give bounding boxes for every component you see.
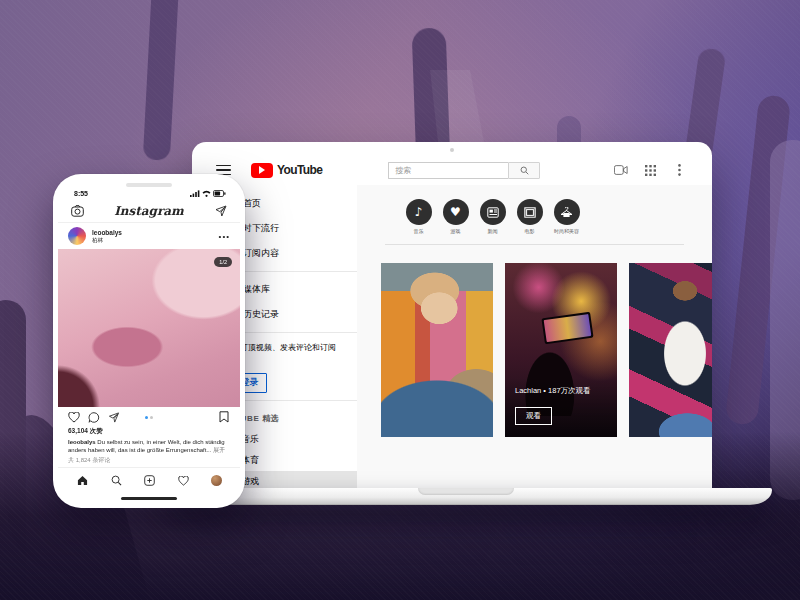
create-video-icon[interactable]: [614, 163, 628, 177]
comment-icon[interactable]: [88, 411, 100, 423]
camera-icon[interactable]: [70, 204, 84, 218]
home-indicator[interactable]: [58, 493, 240, 503]
instagram-logo: Instagram: [114, 204, 184, 218]
battery-icon: [213, 190, 226, 197]
search-button[interactable]: [508, 162, 540, 179]
newspaper-icon: [480, 199, 506, 225]
nav-home-icon[interactable]: [76, 474, 89, 487]
youtube-logo[interactable]: YouTube: [251, 163, 322, 178]
nav-search-icon[interactable]: [110, 474, 123, 487]
phone-screen: 8:55 Instagram leoobalys 柏林 •••: [58, 179, 240, 503]
bookmark-icon[interactable]: [218, 411, 230, 423]
carousel-page-badge: 1/2: [214, 257, 232, 267]
phone-mockup: 8:55 Instagram leoobalys 柏林 •••: [53, 174, 245, 508]
laptop-base-notch: [418, 488, 514, 495]
nav-add-post-icon[interactable]: [143, 474, 156, 487]
laptop-camera-dot: [450, 148, 454, 152]
caption-more-link[interactable]: 展开: [211, 447, 225, 453]
caption-username[interactable]: leoobalys: [68, 439, 96, 445]
post-image[interactable]: 1/2: [58, 249, 240, 407]
direct-message-icon[interactable]: [214, 204, 228, 218]
post-more-icon[interactable]: •••: [219, 232, 230, 241]
instagram-header: Instagram: [58, 199, 240, 223]
carousel-dots: [145, 416, 153, 419]
like-heart-icon[interactable]: [68, 411, 80, 423]
video-title: Lachlan • 187万次观看: [515, 386, 607, 396]
hanger-icon: [554, 199, 580, 225]
category-news[interactable]: 新闻: [479, 199, 506, 234]
share-plane-icon[interactable]: [108, 411, 120, 423]
category-music[interactable]: ♪ 音乐: [405, 199, 432, 234]
likes-count[interactable]: 63,104 次赞: [68, 427, 230, 436]
more-options-icon[interactable]: [672, 163, 686, 177]
category-movies[interactable]: 电影: [516, 199, 543, 234]
post-header: leoobalys 柏林 •••: [58, 223, 240, 249]
laptop-base: [160, 488, 772, 505]
music-note-icon: ♪: [406, 199, 432, 225]
video-card-row: Lachlan • 187万次观看 观看: [357, 245, 712, 437]
category-row: ♪ 音乐 ♥ 游戏 新闻: [357, 185, 712, 234]
search-icon: [520, 166, 529, 175]
video-card-1[interactable]: [381, 263, 493, 437]
youtube-play-icon: [251, 163, 273, 178]
youtube-header: YouTube: [192, 155, 712, 185]
instagram-bottom-nav: [58, 467, 240, 493]
category-fashion-beauty[interactable]: 时尚和美容: [553, 199, 580, 234]
status-time: 8:55: [74, 190, 88, 197]
watch-button[interactable]: 观看: [515, 407, 552, 425]
search-bar: [388, 162, 540, 179]
nav-profile-avatar[interactable]: [211, 475, 222, 486]
post-action-bar: [58, 407, 240, 427]
signal-bars-icon: [190, 190, 200, 197]
phone-notch: [126, 183, 172, 187]
post-caption: leoobalys Du selbst zu sein, in einer We…: [68, 438, 230, 454]
category-gaming[interactable]: ♥ 游戏: [442, 199, 469, 234]
video-card-3[interactable]: [629, 263, 712, 437]
post-meta: 63,104 次赞 leoobalys Du selbst zu sein, i…: [58, 427, 240, 465]
youtube-main-content: ♪ 音乐 ♥ 游戏 新闻: [357, 185, 712, 488]
search-input[interactable]: [388, 162, 508, 179]
laptop-screen: YouTube: [192, 142, 712, 488]
youtube-logo-text: YouTube: [277, 163, 322, 177]
post-username[interactable]: leoobalys: [92, 229, 213, 236]
header-actions: [614, 163, 686, 177]
nav-activity-heart-icon[interactable]: [177, 474, 190, 487]
post-avatar[interactable]: [68, 227, 86, 245]
phone-status-bar: 8:55: [58, 179, 240, 199]
view-comments-link[interactable]: 共 1,824 条评论: [68, 456, 230, 465]
film-strip-icon: [517, 199, 543, 225]
youtube-app: YouTube: [192, 155, 712, 488]
video-card-2[interactable]: Lachlan • 187万次观看 观看: [505, 263, 617, 437]
wifi-icon: [202, 190, 211, 197]
post-location[interactable]: 柏林: [92, 237, 213, 243]
gaming-heart-icon: ♥: [443, 199, 469, 225]
apps-grid-icon[interactable]: [643, 163, 657, 177]
